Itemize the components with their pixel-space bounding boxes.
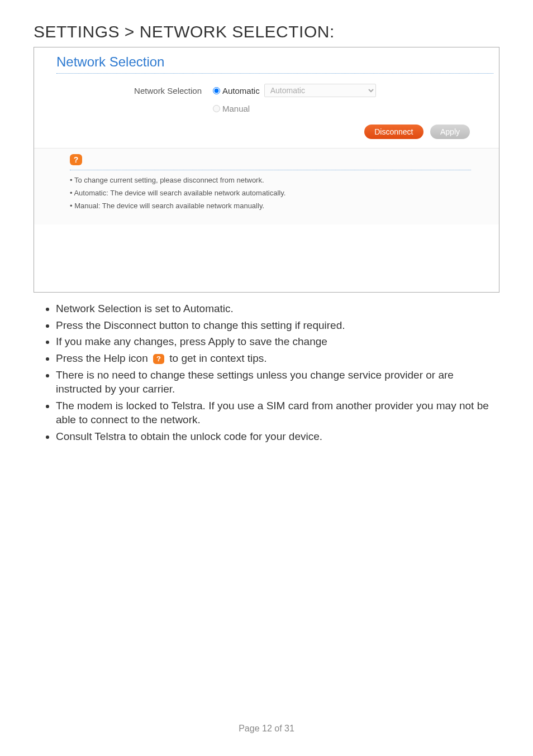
radio-automatic-label: Automatic bbox=[222, 86, 260, 95]
help-item: Automatic: The device will search availa… bbox=[70, 189, 471, 197]
page-heading: SETTINGS > NETWORK SELECTION: bbox=[34, 22, 499, 41]
help-item: Manual: The device will search available… bbox=[70, 202, 471, 210]
doc-bullet-text-pre: Press the Help icon bbox=[56, 352, 151, 364]
doc-bullet: Press the Disconnect button to change th… bbox=[56, 318, 499, 333]
disconnect-button[interactable]: Disconnect bbox=[364, 125, 423, 139]
doc-bullet: Press the Help icon ? to get in context … bbox=[56, 351, 499, 366]
help-list: To change current setting, please discon… bbox=[62, 176, 471, 210]
help-icon-inline: ? bbox=[153, 354, 164, 364]
settings-panel: Network Selection Network Selection Auto… bbox=[34, 47, 499, 293]
manual-row: Manual bbox=[79, 104, 477, 113]
doc-bullet-list: Network Selection is set to Automatic. P… bbox=[34, 302, 499, 444]
help-icon[interactable]: ? bbox=[70, 154, 82, 165]
doc-bullet: Network Selection is set to Automatic. bbox=[56, 302, 499, 316]
radio-manual-label: Manual bbox=[222, 104, 250, 113]
doc-bullet-text-post: to get in context tips. bbox=[169, 352, 266, 364]
apply-button[interactable]: Apply bbox=[430, 125, 470, 139]
doc-bullet: Consult Telstra to obtain the unlock cod… bbox=[56, 429, 499, 444]
radio-manual[interactable] bbox=[213, 105, 220, 112]
radio-automatic[interactable] bbox=[213, 87, 220, 94]
network-select[interactable]: Automatic bbox=[264, 84, 376, 97]
help-block: ? To change current setting, please disc… bbox=[34, 148, 499, 224]
doc-bullet: If you make any changes, press Apply to … bbox=[56, 334, 499, 349]
doc-bullet: The modem is locked to Telstra. If you u… bbox=[56, 399, 499, 427]
doc-bullet: There is no need to change these setting… bbox=[56, 368, 499, 396]
panel-title: Network Selection bbox=[56, 54, 493, 74]
help-item: To change current setting, please discon… bbox=[70, 176, 471, 184]
network-selection-row: Network Selection Automatic Automatic bbox=[79, 84, 477, 97]
page-footer: Page 12 of 31 bbox=[0, 724, 533, 734]
network-selection-label: Network Selection bbox=[79, 86, 213, 95]
help-divider bbox=[70, 170, 471, 170]
